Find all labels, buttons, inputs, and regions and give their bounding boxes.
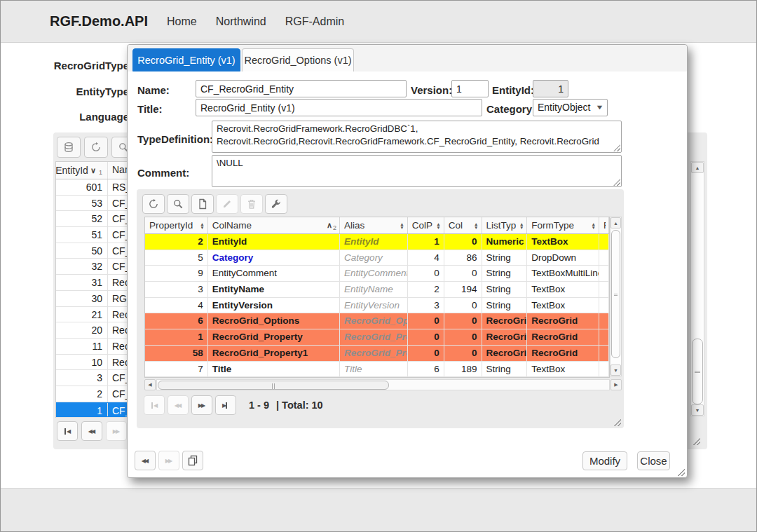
modify-button[interactable]: Modify (582, 451, 627, 470)
background-panel-resize-grip[interactable] (692, 437, 700, 445)
cell: 2 (145, 234, 208, 250)
column-header-colname[interactable]: ColName∧2 (208, 217, 340, 233)
scroll-right-icon[interactable]: ▶ (611, 379, 622, 390)
cell: EntityName (340, 282, 408, 297)
table-row[interactable]: 2EntityIdEntityId10NumericTextBox (145, 234, 609, 250)
version-label: Version: (411, 84, 452, 96)
scroll-down-icon[interactable]: ▼ (611, 364, 621, 376)
prev-record-icon: ◀◀ (142, 458, 149, 464)
table-row[interactable]: 3EntityNameEntityName2194StringTextBox (145, 282, 609, 298)
scroll-down-icon[interactable]: ▼ (691, 404, 704, 416)
scroll-left-icon[interactable]: ◀ (144, 379, 156, 390)
column-label: PropertyId (149, 220, 200, 231)
scrollbar-thumb[interactable] (158, 381, 389, 390)
next-page-icon: ▶▶ (198, 402, 205, 409)
column-header-propertyid[interactable]: PropertyId▲▼ (145, 217, 208, 233)
scroll-up-icon[interactable]: ▲ (691, 162, 704, 173)
cell: RecroGrid (482, 329, 528, 345)
scrollbar-track[interactable] (156, 379, 610, 390)
sort-both-icon: ▲▼ (436, 222, 440, 229)
copy-button[interactable] (182, 451, 203, 470)
first-page-button: ◀ (144, 395, 165, 415)
cell: RecroGrid (527, 313, 599, 329)
cell: 0 (444, 234, 482, 250)
cell: Category (340, 250, 408, 266)
cell: String (482, 298, 528, 313)
cell: 0 (444, 346, 482, 361)
column-header-formtype[interactable]: FormType▲▼ (527, 217, 599, 233)
prev-page-button[interactable]: ◀◀ (81, 421, 102, 441)
first-page-button[interactable]: ◀ (57, 421, 78, 441)
cell: 58 (145, 346, 208, 361)
category-label: Category: (486, 103, 536, 115)
column-header-colp[interactable]: ColP▲▼ (408, 217, 444, 233)
refresh-button[interactable] (142, 194, 165, 214)
next-page-button[interactable]: ▶▶ (191, 395, 212, 415)
edit-pencil-button (216, 194, 238, 214)
cell-entityid: 1 (56, 403, 108, 416)
scroll-up-icon[interactable]: ▲ (611, 217, 621, 229)
last-page-button[interactable]: ▶ (215, 395, 236, 415)
cell: 4 (145, 298, 208, 313)
table-row[interactable]: 7TitleTitle6189StringTextBox (145, 362, 609, 378)
cell: EntityId (208, 234, 340, 250)
scrollbar-thumb[interactable] (611, 230, 620, 358)
property-grid-panel: PropertyId▲▼ColName∧2Alias▲▼ColP▲▼Col▲▼L… (137, 189, 624, 428)
new-doc-button[interactable] (191, 194, 214, 214)
comment-textarea[interactable]: \NULL (212, 155, 622, 187)
cell-entityid: 601 (56, 179, 108, 195)
cell: String (482, 282, 528, 297)
background-grid-toolbar (57, 137, 135, 158)
refresh-button[interactable] (84, 137, 108, 158)
page-vertical-scrollbar[interactable]: ▲ ▼ (690, 161, 704, 416)
top-navbar: RGF.Demo.API Home Northwind RGF-Admin (1, 1, 757, 43)
next-record-icon: ▶▶ (165, 458, 172, 464)
category-select[interactable]: EntityObject ▼ (533, 99, 608, 116)
title-input[interactable] (196, 99, 482, 116)
nav-item-home[interactable]: Home (167, 15, 197, 28)
grid-horizontal-scrollbar[interactable]: ◀ ▶ (144, 379, 622, 391)
cell: String (482, 266, 528, 281)
tab-recrogrid-entity[interactable]: RecroGrid_Entity (v1) (132, 48, 240, 71)
data-button[interactable] (57, 137, 81, 158)
close-button[interactable]: Close (637, 451, 670, 470)
delete-trash-icon (246, 198, 257, 210)
column-header-col[interactable]: Col▲▼ (444, 217, 482, 233)
column-header-entityid[interactable]: EntityId ∨1 (56, 162, 108, 179)
tab-recrogrid-options[interactable]: RecroGrid_Options (v1) (242, 48, 354, 71)
cell-entityid: 32 (56, 259, 108, 274)
table-row[interactable]: 6RecroGrid_OptionsRecroGrid_Options00Rec… (145, 313, 609, 329)
search-button[interactable] (167, 194, 189, 214)
version-input[interactable] (451, 80, 489, 97)
scrollbar-thumb[interactable] (692, 339, 703, 404)
cell: RecroGrid_Property (340, 329, 408, 345)
nav-item-rgf-admin[interactable]: RGF-Admin (285, 15, 344, 28)
cell-entityid: 31 (56, 275, 108, 290)
wrench-button[interactable] (265, 194, 287, 214)
name-input[interactable] (196, 80, 407, 97)
grid-vertical-scrollbar[interactable]: ▲ ▼ (610, 217, 622, 376)
dialog-tabstrip: RecroGrid_Entity (v1) RecroGrid_Options … (128, 45, 687, 71)
cell: Title (340, 362, 408, 377)
column-header-alias[interactable]: Alias▲▼ (340, 217, 408, 233)
bg-label-recrogridtype: RecroGridType (24, 60, 129, 71)
column-header-f[interactable]: F (599, 217, 609, 233)
table-row[interactable]: 1RecroGrid_PropertyRecroGrid_Property00R… (145, 329, 609, 346)
grid-panel-resize-grip[interactable] (613, 418, 621, 426)
table-row[interactable]: 5CategoryCategory486StringDropDown (145, 250, 609, 266)
table-row[interactable]: 4EntityVersionEntityVersion30StringTextB… (145, 298, 609, 314)
cell: EntityComment (340, 266, 408, 281)
cell: String (482, 250, 528, 266)
property-grid-toolbar (142, 194, 287, 214)
typedefinition-textarea[interactable]: Recrovit.RecroGridFramework.RecroGridDBC… (212, 121, 622, 153)
thumb-grip (614, 292, 618, 296)
table-row[interactable]: 58RecroGrid_Property1RecroGrid_Property1… (145, 346, 609, 362)
nav-item-northwind[interactable]: Northwind (216, 15, 266, 28)
cell-entityid: 21 (56, 307, 108, 322)
column-header-listtyp[interactable]: ListTyp▲▼ (482, 217, 528, 233)
cell (599, 362, 609, 377)
dialog-resize-grip[interactable] (676, 468, 685, 476)
table-row[interactable]: 9EntityCommentEntityComment00StringTextB… (145, 266, 609, 282)
prev-record-button[interactable]: ◀◀ (135, 451, 156, 470)
refresh-icon (90, 142, 102, 153)
